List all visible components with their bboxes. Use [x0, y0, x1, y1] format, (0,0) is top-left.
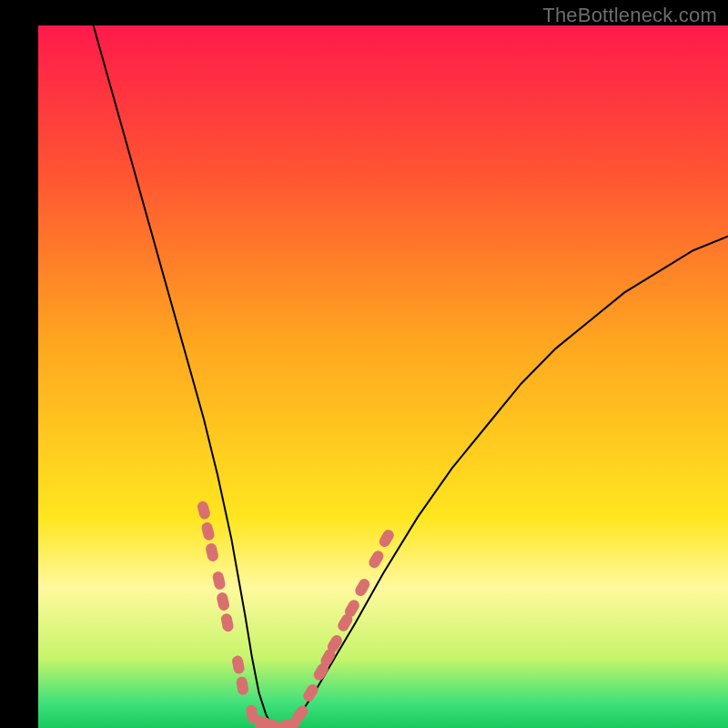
plot-background	[38, 25, 728, 728]
watermark-text: TheBottleneck.com	[542, 4, 717, 27]
bottleneck-chart	[0, 0, 728, 728]
chart-frame: TheBottleneck.com	[0, 0, 728, 728]
